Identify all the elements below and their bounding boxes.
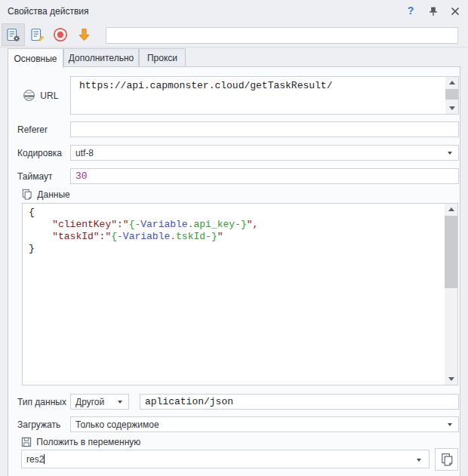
pin-icon[interactable] xyxy=(427,5,439,17)
pages-icon xyxy=(21,189,32,200)
record-button[interactable] xyxy=(48,23,72,46)
url-input[interactable]: https://api.capmonster.cloud/getTaskResu… xyxy=(70,76,459,115)
chevron-down-icon xyxy=(417,459,421,462)
chevron-down-icon xyxy=(448,423,452,426)
titlebar: Свойства действия ? xyxy=(0,0,468,23)
referer-input[interactable] xyxy=(70,121,459,137)
scroll-down-icon xyxy=(445,103,458,114)
svg-text:www: www xyxy=(23,94,34,98)
tab-proxy[interactable]: Прокси xyxy=(139,48,186,67)
load-mode-select[interactable]: Только содержимое xyxy=(70,416,459,432)
timeout-input[interactable]: 30 xyxy=(70,168,459,184)
down-arrow-icon xyxy=(77,28,91,42)
list-pencil-icon xyxy=(30,28,45,42)
help-icon[interactable]: ? xyxy=(405,5,417,18)
data-scrollbar[interactable] xyxy=(445,204,457,385)
globe-www-icon: www xyxy=(23,89,35,102)
tab-additional[interactable]: Дополнительно xyxy=(63,48,139,67)
toolbar-input[interactable] xyxy=(106,27,458,44)
record-icon xyxy=(53,27,68,42)
encoding-select[interactable]: utf-8 xyxy=(70,145,459,161)
data-label: Данные xyxy=(21,189,70,200)
data-type-label: Тип данных xyxy=(17,397,66,407)
close-icon[interactable] xyxy=(449,5,461,17)
variable-input[interactable]: res2 xyxy=(21,450,430,468)
tab-main[interactable]: Основные xyxy=(8,48,63,68)
save-variable-label: Положить в переменную xyxy=(21,437,140,447)
edit-action-button[interactable] xyxy=(26,23,49,46)
window-title: Свойства действия xyxy=(8,6,88,17)
scroll-down-icon xyxy=(445,373,457,385)
floppy-icon xyxy=(21,437,32,447)
toolbar xyxy=(0,23,468,48)
load-mode-label: Загружать xyxy=(17,419,60,430)
variable-picker-button[interactable] xyxy=(435,448,458,471)
timeout-label: Таймаут xyxy=(17,171,52,182)
action-settings-button[interactable] xyxy=(2,23,25,46)
pages-icon xyxy=(440,453,454,466)
chevron-down-icon xyxy=(118,401,122,404)
scroll-up-icon xyxy=(445,77,458,88)
data-input[interactable]: { "clientKey":"{-Variable.api_key-}", "t… xyxy=(22,203,458,385)
list-gear-icon xyxy=(6,28,20,42)
content-type-input[interactable]: aplication/json xyxy=(140,394,459,410)
scroll-up-icon xyxy=(445,204,457,215)
url-label: www URL xyxy=(23,89,58,102)
chevron-down-icon xyxy=(448,152,452,155)
referer-label: Referer xyxy=(17,124,48,135)
url-scrollbar[interactable] xyxy=(445,77,458,114)
tab-page-main: www URL https://api.capmonster.cloud/get… xyxy=(8,66,460,476)
download-button[interactable] xyxy=(72,23,96,46)
data-type-select[interactable]: Другой xyxy=(70,394,129,410)
tab-strip: Основные Дополнительно Прокси xyxy=(0,48,468,67)
encoding-label: Кодировка xyxy=(17,148,62,158)
